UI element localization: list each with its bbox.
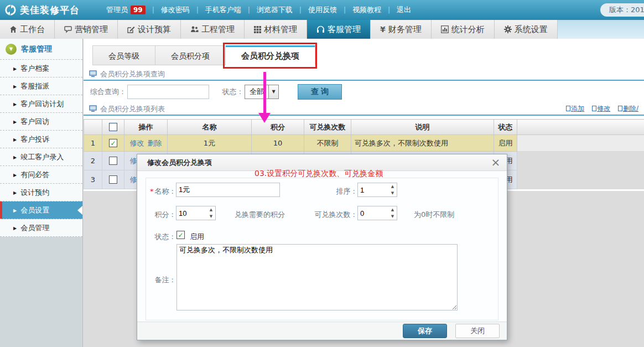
points-input[interactable] bbox=[176, 206, 207, 220]
menu-separator: | bbox=[152, 6, 154, 14]
menu-separator: | bbox=[196, 6, 199, 14]
row-checkbox[interactable]: ✓ bbox=[109, 139, 117, 147]
col-index bbox=[84, 120, 102, 135]
chart-icon bbox=[441, 25, 449, 33]
section-title: 会员积分兑换项列表 bbox=[100, 104, 165, 114]
list-actions: 添加 修改 删除/ bbox=[560, 104, 638, 113]
notification-badge[interactable]: 99 bbox=[131, 6, 146, 14]
modify-link[interactable]: 修改 bbox=[592, 105, 610, 112]
sidebar-item-label: 会员设置 bbox=[20, 206, 49, 214]
caret-icon: ▶ bbox=[13, 137, 17, 142]
mobile-client-link[interactable]: 手机客户端 bbox=[205, 5, 241, 15]
sidebar-item-member-management[interactable]: ▶会员管理 bbox=[0, 219, 82, 237]
sidebar-item-label: 客服指派 bbox=[20, 82, 49, 90]
tab-member-points[interactable]: 会员积分项 bbox=[155, 45, 226, 65]
sidebar-item-member-settings[interactable]: ▶会员设置 bbox=[0, 201, 82, 219]
select-all-checkbox[interactable] bbox=[109, 123, 117, 131]
spin-up-button[interactable]: ▲ bbox=[388, 206, 397, 213]
cell-status: 启用 bbox=[494, 135, 517, 152]
sort-input[interactable] bbox=[358, 183, 388, 196]
nav-tab-label: 材料管理 bbox=[264, 24, 297, 35]
admin-menu-item[interactable]: 管理员99 bbox=[106, 5, 146, 15]
nav-tab-label: 统计分析 bbox=[451, 24, 485, 35]
brand-title: 美佳装修平台 bbox=[20, 4, 80, 17]
edit-icon bbox=[127, 25, 135, 33]
sidebar-item-customer-visit[interactable]: ▶客户回访 bbox=[0, 113, 82, 131]
status-field-label: 状态 : bbox=[141, 232, 174, 242]
status-select[interactable]: 全部 ▼ bbox=[245, 85, 279, 99]
sidebar-item-visit-plan[interactable]: ▶客户回访计划 bbox=[0, 95, 82, 113]
spin-up-button[interactable]: ▲ bbox=[388, 183, 397, 190]
close-button[interactable]: 关闭 bbox=[455, 324, 500, 338]
change-password-link[interactable]: 修改密码 bbox=[161, 5, 190, 15]
doc-icon bbox=[566, 106, 570, 111]
nav-bar-spacer bbox=[558, 20, 644, 39]
remark-textarea[interactable]: 可兑换多次，不限制次数使用 bbox=[176, 244, 458, 310]
save-button[interactable]: 保存 bbox=[403, 324, 447, 338]
tab-member-level[interactable]: 会员等级 bbox=[92, 45, 155, 65]
spin-up-button[interactable]: ▲ bbox=[207, 206, 215, 213]
add-link[interactable]: 添加 bbox=[566, 105, 584, 112]
row-checkbox[interactable] bbox=[109, 157, 117, 165]
query-button[interactable]: 查 询 bbox=[298, 84, 342, 100]
sidebar-item-design-booking[interactable]: ▶设计预约 bbox=[0, 184, 82, 201]
gear-icon bbox=[504, 25, 512, 33]
nav-tab-label: 财务管理 bbox=[388, 24, 422, 35]
top-bar: 美佳装修平台 管理员99 | 修改密码 | 手机客户端 | 浏览器下载 | 使用… bbox=[0, 0, 644, 20]
col-filler bbox=[517, 120, 644, 135]
nav-tab-materials[interactable]: 材料管理 bbox=[245, 20, 307, 39]
cell-name: 1元 bbox=[168, 135, 252, 152]
caret-icon: ▶ bbox=[13, 155, 17, 160]
spin-down-button[interactable]: ▼ bbox=[388, 213, 397, 220]
sidebar-item-complaints[interactable]: ▶客户投诉 bbox=[0, 131, 82, 148]
close-icon[interactable]: × bbox=[489, 156, 502, 170]
headset-icon bbox=[316, 25, 325, 33]
section-title: 会员积分兑换项查询 bbox=[100, 69, 165, 79]
nav-tab-customer-service[interactable]: 客服管理 bbox=[307, 20, 371, 39]
spin-down-button[interactable]: ▼ bbox=[207, 213, 215, 220]
status-checkbox[interactable]: ✓ bbox=[176, 231, 185, 239]
col-name: 名称 bbox=[168, 120, 252, 135]
edit-exchange-modal: 修改会员积分兑换项 × 03.设置积分可兑换次数、可兑换金额 *名称 : 排序 … bbox=[137, 154, 507, 340]
nav-tab-statistics[interactable]: 统计分析 bbox=[432, 20, 495, 39]
cell-filler bbox=[517, 135, 644, 152]
status-label: 状态 : bbox=[222, 87, 242, 97]
chat-icon bbox=[64, 25, 72, 33]
nav-tab-engineering[interactable]: 工程管理 bbox=[181, 20, 245, 39]
nav-tab-system-settings[interactable]: 系统设置 bbox=[495, 20, 558, 39]
sidebar-item-label: 客户回访 bbox=[20, 117, 49, 126]
nav-tab-marketing[interactable]: 营销管理 bbox=[55, 20, 118, 39]
times-input[interactable] bbox=[358, 206, 388, 220]
row-edit-link[interactable]: 修改 bbox=[130, 139, 144, 147]
caret-icon: ▶ bbox=[13, 226, 17, 231]
status-checkbox-label: 启用 bbox=[190, 232, 204, 242]
annotation-note: 03.设置积分可兑换次数、可兑换金额 bbox=[255, 169, 383, 179]
row-delete-link[interactable]: 删除 bbox=[148, 139, 162, 147]
modal-footer: 保存 关闭 bbox=[137, 322, 507, 340]
query-section-header: 会员积分兑换项查询 bbox=[84, 68, 644, 81]
monitor-icon bbox=[89, 105, 97, 112]
row-checkbox[interactable] bbox=[109, 175, 117, 184]
caret-icon: ▶ bbox=[13, 208, 17, 213]
brand-logo-icon bbox=[4, 4, 17, 16]
nav-tab-design-budget[interactable]: 设计预算 bbox=[118, 20, 181, 39]
nav-tab-finance[interactable]: ¥ 财务管理 bbox=[371, 20, 432, 39]
name-input[interactable] bbox=[176, 183, 280, 197]
delete-link[interactable]: 删除/ bbox=[618, 105, 638, 112]
browser-download-link[interactable]: 浏览器下载 bbox=[257, 5, 293, 15]
search-form: 综合查询 : 状态 : 全部 ▼ 查 询 bbox=[84, 81, 644, 103]
video-tutorial-link[interactable]: 视频教程 bbox=[352, 5, 381, 15]
sidebar-item-completed-entry[interactable]: ▶竣工客户录入 bbox=[0, 148, 82, 166]
search-input[interactable] bbox=[127, 85, 209, 99]
logout-link[interactable]: 退出 bbox=[397, 5, 411, 15]
top-menu: 管理员99 | 修改密码 | 手机客户端 | 浏览器下载 | 使用反馈 | 视频… bbox=[101, 5, 417, 15]
feedback-link[interactable]: 使用反馈 bbox=[308, 5, 337, 15]
sidebar-item-qa[interactable]: ▶有问必答 bbox=[0, 166, 82, 184]
spin-down-button[interactable]: ▼ bbox=[388, 190, 397, 196]
nav-tab-workbench[interactable]: 工作台 bbox=[0, 20, 55, 39]
sidebar-item-customer-files[interactable]: ▶客户档案 bbox=[0, 60, 82, 77]
sidebar-item-service-assign[interactable]: ▶客服指派 bbox=[0, 77, 82, 95]
table-row: 1 ✓ 修改删除 1元 10 不限制 可兑换多次，不限制次数使用 启用 bbox=[84, 135, 644, 152]
tab-points-exchange[interactable]: 会员积分兑换项 bbox=[226, 45, 315, 65]
select-arrow-icon[interactable]: ▼ bbox=[268, 85, 278, 99]
